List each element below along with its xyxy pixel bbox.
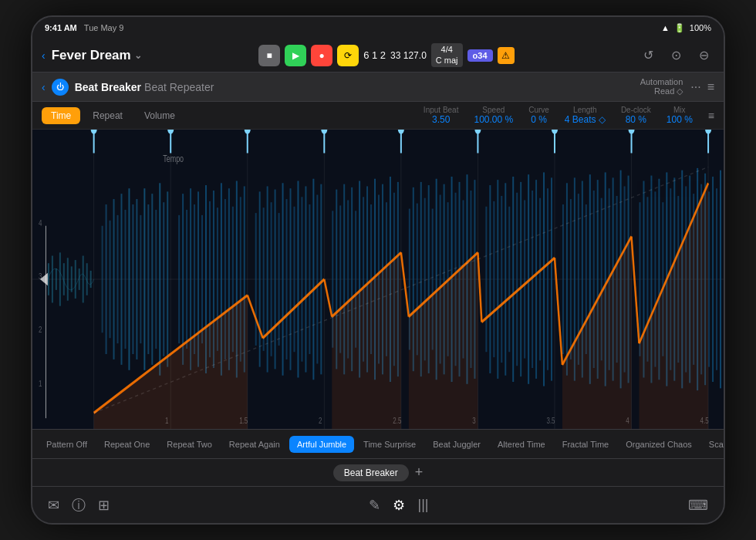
preset-pattern-off[interactable]: Pattern Off (39, 436, 95, 453)
plugin-back-button[interactable]: ‹ (42, 81, 46, 93)
beat-breaker-pill[interactable]: Beat Breaker (333, 464, 409, 481)
project-name[interactable]: Fever Dream ⌄ (52, 48, 142, 63)
status-bar: 9:41 AM Tue May 9 ▲ 🔋 100% (32, 17, 724, 39)
svg-rect-30 (128, 188, 130, 370)
main-toolbar: ‹ Fever Dream ⌄ ■ ▶ ● ⟳ 6 1 2 33 127.0 (32, 39, 724, 73)
curve-control[interactable]: Curve 0 % (528, 106, 549, 125)
automation-read: Read ◇ (640, 86, 683, 96)
svg-rect-64 (275, 190, 276, 370)
history-button[interactable]: ↺ (637, 45, 659, 66)
transport-controls: ■ ▶ ● ⟳ 6 1 2 33 127.0 4/4 C maj o34 ⚠ (258, 43, 514, 66)
svg-rect-43 (186, 210, 187, 349)
length-value: 4 Beats ◇ (565, 114, 606, 125)
loop-icon: ⟳ (344, 50, 352, 61)
svg-rect-68 (290, 188, 292, 370)
settings-button[interactable]: ⊙ (665, 45, 687, 66)
svg-rect-168 (712, 177, 714, 382)
length-control[interactable]: Length 4 Beats ◇ (565, 106, 606, 125)
keyboard-icon[interactable]: ⌨ (688, 497, 708, 514)
input-beat-control[interactable]: Input Beat 3.50 (424, 106, 459, 125)
svg-text:4: 4 (626, 416, 629, 426)
svg-rect-47 (201, 215, 203, 343)
tab-volume[interactable]: Volume (135, 107, 184, 124)
svg-rect-69 (293, 207, 295, 352)
svg-rect-119 (508, 207, 510, 352)
waveform-svg: Tempo 1 1.5 2 2.5 3 3.5 4 4.5 4 3 2 1 (32, 130, 724, 429)
svg-rect-75 (316, 195, 318, 364)
declock-control[interactable]: De-clock 80 % (621, 106, 651, 125)
svg-text:3: 3 (472, 416, 475, 426)
controls-menu-icon[interactable]: ≡ (708, 110, 714, 122)
settings-gear-icon[interactable]: ⚙ (393, 497, 405, 514)
plugin-more-button[interactable]: ··· (690, 80, 700, 94)
add-plugin-button[interactable]: + (415, 464, 424, 481)
declock-value: 80 % (626, 114, 646, 125)
preset-repeat-again[interactable]: Repeat Again (221, 436, 288, 453)
back-chevron-icon: ‹ (42, 49, 46, 62)
svg-rect-38 (159, 183, 160, 375)
preset-repeat-one[interactable]: Repeat One (96, 436, 157, 453)
tab-time[interactable]: Time (42, 107, 80, 124)
preset-artful-jumble[interactable]: Artful Jumble (289, 436, 354, 453)
svg-rect-114 (489, 185, 491, 373)
time-signature[interactable]: 4/4 C maj (431, 43, 463, 66)
curve-value: 0 % (531, 114, 547, 125)
mixer-icon[interactable]: ||| (417, 497, 428, 513)
mix-label: Mix (673, 106, 686, 114)
tab-repeat[interactable]: Repeat (83, 107, 132, 124)
preset-scattered-time[interactable]: Scattered Time (701, 436, 724, 453)
speed-control[interactable]: Speed 100.00 % (474, 106, 513, 125)
loop-button[interactable]: ⟳ (337, 45, 359, 66)
mix-control[interactable]: Mix 100 % (667, 106, 693, 125)
info-icon[interactable]: ⓘ (72, 496, 86, 515)
beat-counter: 6 1 2 (363, 49, 386, 61)
library-icon[interactable]: ✉ (48, 497, 59, 514)
pencil-icon[interactable]: ✎ (369, 497, 380, 514)
svg-rect-32 (136, 199, 137, 359)
dock-right: ⌨ (688, 497, 708, 514)
back-button[interactable]: ‹ (42, 49, 46, 62)
project-chevron-icon: ⌄ (134, 50, 142, 61)
svg-rect-170 (720, 170, 721, 389)
svg-rect-19 (79, 268, 80, 290)
stop-button[interactable]: ■ (258, 45, 280, 66)
preset-altered-time[interactable]: Altered Time (490, 436, 553, 453)
preset-beat-juggler[interactable]: Beat Juggler (425, 436, 488, 453)
speed-value: 100.00 % (474, 114, 513, 125)
svg-rect-116 (497, 180, 498, 379)
battery-percent: 100% (690, 23, 711, 32)
stop-icon: ■ (267, 50, 272, 61)
svg-rect-63 (271, 202, 272, 356)
svg-text:2: 2 (39, 325, 42, 335)
svg-rect-12 (52, 256, 53, 303)
transport-info: 6 1 2 33 127.0 4/4 C maj o34 ⚠ (363, 43, 514, 66)
svg-rect-22 (90, 271, 92, 288)
power-icon: ⏻ (56, 83, 64, 91)
input-beat-label: Input Beat (424, 106, 459, 114)
play-button[interactable]: ▶ (285, 45, 306, 66)
key-badge[interactable]: o34 (467, 49, 493, 62)
plugin-lines-button[interactable]: ≡ (707, 80, 714, 94)
visualizer[interactable]: Tempo 1 1.5 2 2.5 3 3.5 4 4.5 4 3 2 1 (32, 130, 724, 429)
preset-fractal-time[interactable]: Fractal Time (555, 436, 617, 453)
play-icon: ▶ (292, 50, 299, 61)
svg-rect-130 (551, 177, 552, 380)
svg-rect-167 (708, 191, 710, 366)
svg-rect-25 (110, 221, 111, 338)
svg-rect-72 (305, 186, 306, 372)
grid-icon[interactable]: ⊞ (98, 497, 110, 514)
svg-text:3.5: 3.5 (546, 416, 555, 426)
automation-label[interactable]: Automation Read ◇ (640, 77, 683, 96)
svg-rect-18 (75, 260, 76, 299)
preset-time-surprise[interactable]: Time Surprise (356, 436, 424, 453)
preset-organized-chaos[interactable]: Organized Chaos (618, 436, 700, 453)
plugin-power-button[interactable]: ⏻ (52, 79, 69, 96)
record-button[interactable]: ● (311, 45, 332, 66)
svg-rect-62 (267, 186, 268, 372)
minus-button[interactable]: ⊖ (693, 45, 714, 66)
svg-rect-61 (263, 208, 265, 351)
svg-rect-14 (59, 252, 61, 305)
preset-repeat-two[interactable]: Repeat Two (159, 436, 220, 453)
svg-rect-121 (516, 193, 518, 366)
svg-rect-59 (255, 213, 257, 346)
